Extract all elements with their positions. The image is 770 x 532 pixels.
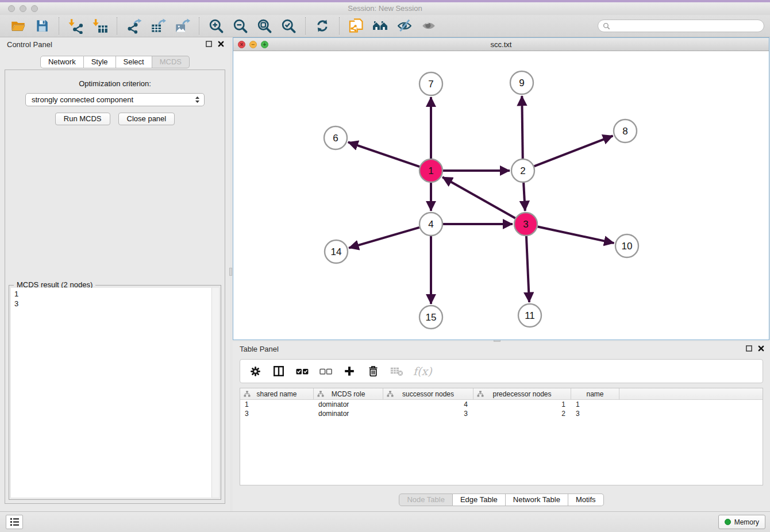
show-all-button[interactable] <box>421 17 437 34</box>
tab-style[interactable]: Style <box>84 56 116 68</box>
table-settings-button[interactable] <box>248 364 262 378</box>
network-canvas[interactable]: 7968124314101511 <box>233 51 769 340</box>
add-column-button[interactable] <box>342 364 356 378</box>
table-cell: dominator <box>314 400 383 408</box>
result-scrollbar[interactable] <box>211 288 219 498</box>
control-panel-header: Control Panel <box>0 37 230 52</box>
table-cell: 1 <box>240 400 314 408</box>
zoom-selected-button[interactable] <box>280 17 297 34</box>
application-window: Session: New Session <box>0 0 770 532</box>
edge-2-3[interactable] <box>523 183 525 211</box>
memory-button[interactable]: Memory <box>718 515 765 529</box>
edge-1-6[interactable] <box>348 142 419 167</box>
column-header-successor-nodes[interactable]: successor nodes <box>383 388 473 399</box>
run-mcds-button[interactable]: Run MCDS <box>55 113 110 125</box>
table-panel-title: Table Panel <box>240 345 279 353</box>
tab-node-table[interactable]: Node Table <box>399 494 453 506</box>
column-header-label: predecessor nodes <box>492 390 551 398</box>
mcds-result-group: MCDS result (2 nodes) 13 <box>9 285 221 500</box>
close-panel-button[interactable]: Close panel <box>118 113 175 125</box>
memory-status-icon <box>725 519 731 525</box>
zoom-in-button[interactable] <box>208 17 224 34</box>
table-panel-header: Table Panel <box>233 342 770 357</box>
import-network-button[interactable] <box>68 17 84 34</box>
hide-selected-button[interactable] <box>396 17 413 34</box>
search-field[interactable] <box>598 20 764 32</box>
table-row[interactable]: 3dominator323 <box>240 409 763 418</box>
vertical-splitter-handle[interactable] <box>229 268 232 276</box>
tab-select[interactable]: Select <box>116 56 152 68</box>
node-label-3: 3 <box>523 219 528 230</box>
table-cell: 1 <box>571 400 619 408</box>
import-table-icon <box>93 18 108 34</box>
import-table-button[interactable] <box>92 17 108 34</box>
column-header-name[interactable]: name <box>571 388 619 399</box>
table-cell: 3 <box>383 410 473 418</box>
table-cell: 4 <box>383 400 473 408</box>
apply-layout-button[interactable] <box>314 17 330 34</box>
first-neighbors-button[interactable] <box>372 17 388 34</box>
dropdown-stepper-icon <box>194 95 201 104</box>
export-network-button[interactable] <box>126 17 142 34</box>
control-panel: Control Panel NetworkStyleSelectMCDS Opt… <box>0 37 230 511</box>
network-window-title: scc.txt <box>233 38 769 51</box>
export-image-button[interactable] <box>174 17 190 34</box>
delete-column-button[interactable] <box>366 364 380 378</box>
column-header-predecessor-nodes[interactable]: predecessor nodes <box>473 388 571 399</box>
open-session-button[interactable] <box>10 17 26 34</box>
optimization-criterion-select[interactable]: strongly connected component <box>25 93 205 106</box>
column-header-mcds-role[interactable]: MCDS role <box>314 388 383 399</box>
zoom-in-icon <box>209 18 224 34</box>
edge-4-14[interactable] <box>349 228 419 248</box>
table-row[interactable]: 1dominator411 <box>240 400 763 409</box>
zoom-out-button[interactable] <box>232 17 248 34</box>
tab-network-table[interactable]: Network Table <box>506 494 568 506</box>
edge-2-8[interactable] <box>534 136 613 166</box>
save-session-button[interactable] <box>34 17 50 34</box>
edge-3-11[interactable] <box>526 236 529 302</box>
close-panel-icon[interactable] <box>218 41 224 47</box>
import-network-icon <box>68 18 84 34</box>
table-toolbar: f(x) <box>240 359 763 383</box>
toolbar-separator <box>199 17 199 34</box>
node-table[interactable]: shared nameMCDS rolesuccessor nodesprede… <box>240 388 763 485</box>
network-graph: 7968124314101511 <box>233 51 769 340</box>
tab-edge-table[interactable]: Edge Table <box>453 494 506 506</box>
save-icon <box>34 18 49 33</box>
edge-3-1[interactable] <box>442 177 515 218</box>
table-cell: 3 <box>240 410 314 418</box>
column-header-shared-name[interactable]: shared name <box>240 388 314 399</box>
node-label-4: 4 <box>428 219 433 230</box>
node-label-8: 8 <box>622 126 627 137</box>
tree-icon <box>477 391 484 398</box>
select-all-button[interactable] <box>295 364 309 378</box>
tab-motifs[interactable]: Motifs <box>568 494 604 506</box>
columns-icon <box>272 365 285 377</box>
delete-table-button[interactable] <box>390 364 403 378</box>
tab-network[interactable]: Network <box>40 56 84 68</box>
network-window-titlebar[interactable]: × − + scc.txt <box>233 38 769 51</box>
result-line: 1 <box>14 289 215 299</box>
mcds-result-textarea[interactable]: 13 <box>11 288 219 498</box>
deselect-all-button[interactable] <box>319 364 333 378</box>
show-columns-button[interactable] <box>272 364 286 378</box>
edge-3-10[interactable] <box>538 226 614 243</box>
copy-network-icon <box>348 18 364 34</box>
task-history-button[interactable] <box>6 515 23 529</box>
zoom-out-icon <box>233 18 248 34</box>
eye-icon <box>421 18 437 33</box>
select-all-icon <box>295 364 309 378</box>
zoom-fit-button[interactable] <box>256 17 272 34</box>
node-label-7: 7 <box>428 79 433 90</box>
new-network-from-selection-button[interactable] <box>348 17 364 34</box>
function-builder-button[interactable]: f(x) <box>413 364 432 378</box>
tab-mcds[interactable]: MCDS <box>152 56 190 68</box>
close-panel-icon[interactable] <box>758 345 764 352</box>
float-panel-icon[interactable] <box>206 41 212 47</box>
zoom-fit-icon <box>257 18 272 34</box>
node-label-15: 15 <box>426 312 437 323</box>
search-input[interactable] <box>613 22 759 30</box>
edge-2-9[interactable] <box>522 96 522 159</box>
export-table-button[interactable] <box>150 17 166 34</box>
float-panel-icon[interactable] <box>746 345 752 352</box>
